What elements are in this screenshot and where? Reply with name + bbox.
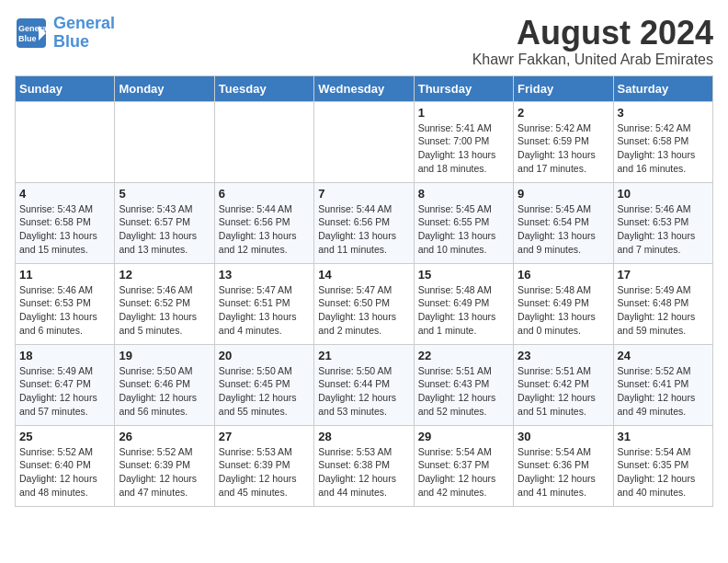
calendar-cell: 5Sunrise: 5:43 AM Sunset: 6:57 PM Daylig… [115, 182, 214, 263]
day-info: Sunrise: 5:43 AM Sunset: 6:58 PM Dayligh… [19, 202, 110, 257]
calendar-cell: 10Sunrise: 5:46 AM Sunset: 6:53 PM Dayli… [613, 182, 712, 263]
day-number: 27 [219, 430, 310, 443]
day-info: Sunrise: 5:48 AM Sunset: 6:49 PM Dayligh… [518, 283, 609, 338]
title-block: August 2024 Khawr Fakkan, United Arab Em… [472, 15, 713, 68]
weekday-header: Tuesday [214, 75, 313, 101]
day-info: Sunrise: 5:50 AM Sunset: 6:45 PM Dayligh… [219, 364, 310, 419]
day-number: 16 [518, 268, 609, 282]
calendar-cell: 11Sunrise: 5:46 AM Sunset: 6:53 PM Dayli… [16, 263, 115, 344]
calendar-cell: 28Sunrise: 5:53 AM Sunset: 6:38 PM Dayli… [314, 425, 414, 506]
logo-icon: General Blue [15, 17, 48, 50]
day-number: 5 [119, 187, 210, 201]
day-info: Sunrise: 5:49 AM Sunset: 6:47 PM Dayligh… [19, 364, 110, 419]
calendar-week-row: 18Sunrise: 5:49 AM Sunset: 6:47 PM Dayli… [16, 344, 713, 425]
calendar-cell: 18Sunrise: 5:49 AM Sunset: 6:47 PM Dayli… [16, 344, 115, 425]
day-info: Sunrise: 5:45 AM Sunset: 6:54 PM Dayligh… [518, 202, 609, 257]
weekday-header-row: SundayMondayTuesdayWednesdayThursdayFrid… [16, 75, 713, 101]
calendar-cell [314, 101, 414, 182]
day-number: 11 [19, 268, 110, 282]
day-info: Sunrise: 5:46 AM Sunset: 6:53 PM Dayligh… [618, 202, 709, 257]
month-year: August 2024 [472, 15, 713, 52]
day-info: Sunrise: 5:42 AM Sunset: 6:58 PM Dayligh… [618, 121, 709, 176]
calendar-cell: 24Sunrise: 5:52 AM Sunset: 6:41 PM Dayli… [613, 344, 712, 425]
day-info: Sunrise: 5:52 AM Sunset: 6:40 PM Dayligh… [19, 445, 110, 500]
day-info: Sunrise: 5:52 AM Sunset: 6:39 PM Dayligh… [119, 445, 210, 500]
day-info: Sunrise: 5:42 AM Sunset: 6:59 PM Dayligh… [518, 121, 609, 176]
weekday-header: Saturday [613, 75, 712, 101]
day-number: 29 [418, 430, 509, 443]
day-info: Sunrise: 5:43 AM Sunset: 6:57 PM Dayligh… [119, 202, 210, 257]
day-number: 31 [618, 430, 709, 443]
calendar-cell: 27Sunrise: 5:53 AM Sunset: 6:39 PM Dayli… [214, 425, 313, 506]
calendar-week-row: 1Sunrise: 5:41 AM Sunset: 7:00 PM Daylig… [16, 101, 713, 182]
day-number: 19 [119, 349, 210, 362]
day-number: 12 [119, 268, 210, 282]
day-number: 4 [19, 187, 110, 201]
day-number: 23 [518, 349, 609, 362]
day-number: 9 [518, 187, 609, 201]
day-number: 24 [618, 349, 709, 362]
day-number: 30 [518, 430, 609, 443]
calendar-table: SundayMondayTuesdayWednesdayThursdayFrid… [15, 75, 713, 507]
calendar-cell: 15Sunrise: 5:48 AM Sunset: 6:49 PM Dayli… [414, 263, 513, 344]
day-info: Sunrise: 5:53 AM Sunset: 6:39 PM Dayligh… [219, 445, 310, 500]
day-number: 10 [618, 187, 709, 201]
calendar-cell: 12Sunrise: 5:46 AM Sunset: 6:52 PM Dayli… [115, 263, 214, 344]
calendar-cell: 25Sunrise: 5:52 AM Sunset: 6:40 PM Dayli… [16, 425, 115, 506]
day-number: 17 [618, 268, 709, 282]
calendar-cell: 14Sunrise: 5:47 AM Sunset: 6:50 PM Dayli… [314, 263, 414, 344]
day-number: 22 [418, 349, 509, 362]
day-number: 7 [318, 187, 409, 201]
calendar-cell: 31Sunrise: 5:54 AM Sunset: 6:35 PM Dayli… [613, 425, 712, 506]
calendar-cell: 19Sunrise: 5:50 AM Sunset: 6:46 PM Dayli… [115, 344, 214, 425]
calendar-cell: 1Sunrise: 5:41 AM Sunset: 7:00 PM Daylig… [414, 101, 513, 182]
day-number: 8 [418, 187, 509, 201]
day-number: 28 [318, 430, 409, 443]
weekday-header: Sunday [16, 75, 115, 101]
day-number: 15 [418, 268, 509, 282]
day-info: Sunrise: 5:46 AM Sunset: 6:53 PM Dayligh… [19, 283, 110, 338]
day-info: Sunrise: 5:51 AM Sunset: 6:42 PM Dayligh… [518, 364, 609, 419]
day-info: Sunrise: 5:54 AM Sunset: 6:37 PM Dayligh… [418, 445, 509, 500]
day-info: Sunrise: 5:54 AM Sunset: 6:36 PM Dayligh… [518, 445, 609, 500]
location: Khawr Fakkan, United Arab Emirates [472, 52, 713, 68]
day-number: 3 [618, 106, 709, 120]
day-info: Sunrise: 5:44 AM Sunset: 6:56 PM Dayligh… [219, 202, 310, 257]
day-number: 14 [318, 268, 409, 282]
day-info: Sunrise: 5:41 AM Sunset: 7:00 PM Dayligh… [418, 121, 509, 176]
logo-line2: Blue [53, 32, 89, 51]
day-info: Sunrise: 5:51 AM Sunset: 6:43 PM Dayligh… [418, 364, 509, 419]
day-number: 20 [219, 349, 310, 362]
day-info: Sunrise: 5:47 AM Sunset: 6:51 PM Dayligh… [219, 283, 310, 338]
logo: General Blue General Blue [15, 15, 115, 52]
day-info: Sunrise: 5:44 AM Sunset: 6:56 PM Dayligh… [318, 202, 409, 257]
day-info: Sunrise: 5:45 AM Sunset: 6:55 PM Dayligh… [418, 202, 509, 257]
calendar-cell: 30Sunrise: 5:54 AM Sunset: 6:36 PM Dayli… [514, 425, 613, 506]
calendar-cell: 6Sunrise: 5:44 AM Sunset: 6:56 PM Daylig… [214, 182, 313, 263]
day-number: 2 [518, 106, 609, 120]
day-info: Sunrise: 5:48 AM Sunset: 6:49 PM Dayligh… [418, 283, 509, 338]
calendar-cell: 8Sunrise: 5:45 AM Sunset: 6:55 PM Daylig… [414, 182, 513, 263]
calendar-cell: 13Sunrise: 5:47 AM Sunset: 6:51 PM Dayli… [214, 263, 313, 344]
day-number: 6 [219, 187, 310, 201]
calendar-cell: 23Sunrise: 5:51 AM Sunset: 6:42 PM Dayli… [514, 344, 613, 425]
day-number: 1 [418, 106, 509, 120]
calendar-cell: 2Sunrise: 5:42 AM Sunset: 6:59 PM Daylig… [514, 101, 613, 182]
calendar-cell: 9Sunrise: 5:45 AM Sunset: 6:54 PM Daylig… [514, 182, 613, 263]
calendar-cell: 3Sunrise: 5:42 AM Sunset: 6:58 PM Daylig… [613, 101, 712, 182]
weekday-header: Friday [514, 75, 613, 101]
calendar-cell: 29Sunrise: 5:54 AM Sunset: 6:37 PM Dayli… [414, 425, 513, 506]
svg-text:Blue: Blue [18, 34, 37, 43]
calendar-cell: 22Sunrise: 5:51 AM Sunset: 6:43 PM Dayli… [414, 344, 513, 425]
calendar-cell: 7Sunrise: 5:44 AM Sunset: 6:56 PM Daylig… [314, 182, 414, 263]
calendar-cell: 17Sunrise: 5:49 AM Sunset: 6:48 PM Dayli… [613, 263, 712, 344]
calendar-cell: 4Sunrise: 5:43 AM Sunset: 6:58 PM Daylig… [16, 182, 115, 263]
day-info: Sunrise: 5:52 AM Sunset: 6:41 PM Dayligh… [618, 364, 709, 419]
day-info: Sunrise: 5:50 AM Sunset: 6:44 PM Dayligh… [318, 364, 409, 419]
day-number: 26 [119, 430, 210, 443]
day-number: 21 [318, 349, 409, 362]
calendar-week-row: 25Sunrise: 5:52 AM Sunset: 6:40 PM Dayli… [16, 425, 713, 506]
calendar-week-row: 4Sunrise: 5:43 AM Sunset: 6:58 PM Daylig… [16, 182, 713, 263]
day-info: Sunrise: 5:49 AM Sunset: 6:48 PM Dayligh… [618, 283, 709, 338]
calendar-cell: 21Sunrise: 5:50 AM Sunset: 6:44 PM Dayli… [314, 344, 414, 425]
